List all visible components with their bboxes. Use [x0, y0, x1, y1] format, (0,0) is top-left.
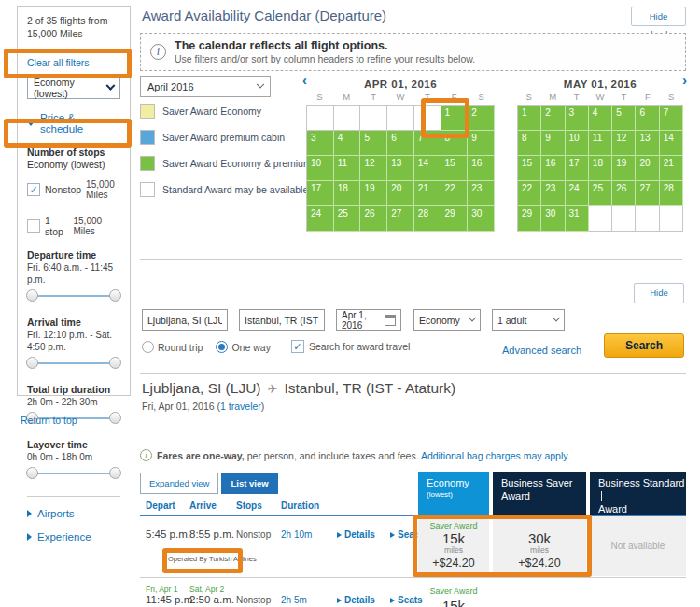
- month-dropdown[interactable]: April 2016: [140, 76, 271, 97]
- fare-cell-business-saver[interactable]: 30k miles +$24.20: [493, 516, 586, 576]
- award-travel-checkbox[interactable]: ✓ Search for award travel: [291, 340, 411, 353]
- calendar-day-cell[interactable]: 13: [387, 156, 414, 181]
- calendar-day-cell[interactable]: 11: [334, 156, 361, 181]
- calendar-day-cell[interactable]: 16: [541, 156, 565, 181]
- calendar-day-cell[interactable]: 22: [518, 181, 541, 206]
- clear-all-filters-link[interactable]: Clear all filters: [27, 57, 120, 68]
- calendar-day-cell[interactable]: 24: [307, 206, 334, 232]
- checkbox-unchecked-icon[interactable]: [27, 219, 40, 233]
- calendar-day-cell[interactable]: 10: [566, 131, 589, 156]
- calendar-day-cell[interactable]: 8: [441, 131, 469, 156]
- search-button[interactable]: Search: [604, 333, 684, 358]
- radio-off-icon[interactable]: [142, 341, 154, 353]
- return-to-top-link[interactable]: Return to top: [21, 415, 77, 426]
- travelers-dropdown[interactable]: 1 adult: [492, 309, 565, 331]
- calendar-day-cell[interactable]: 15: [518, 156, 541, 181]
- calendar-day-cell[interactable]: 14: [660, 131, 683, 156]
- calendar-day-cell[interactable]: 7: [660, 106, 683, 131]
- date-field[interactable]: Apr 1, 2016: [336, 309, 401, 331]
- details-link[interactable]: Details: [337, 595, 375, 605]
- calendar-day-cell[interactable]: 2: [468, 106, 495, 131]
- hide-calendar-button[interactable]: Hide calendar: [631, 7, 686, 26]
- column-header-arrive[interactable]: Arrive: [189, 501, 217, 511]
- calendar-day-cell[interactable]: 5: [612, 106, 636, 131]
- advanced-search-link[interactable]: Advanced search: [502, 345, 581, 356]
- traveler-count-link[interactable]: 1 traveler: [220, 401, 261, 412]
- stop-option-nonstop[interactable]: ✓ Nonstop 15,000 Miles: [27, 179, 120, 200]
- calendar-day-cell[interactable]: 19: [612, 156, 636, 181]
- calendar-day-cell[interactable]: 1: [518, 106, 541, 131]
- calendar-day-cell[interactable]: 20: [387, 181, 414, 206]
- calendar-day-cell[interactable]: 26: [612, 181, 636, 206]
- column-header-stops[interactable]: Stops: [236, 501, 262, 511]
- calendar-day-cell[interactable]: 27: [387, 206, 414, 232]
- calendar-day-cell[interactable]: 28: [414, 206, 441, 232]
- calendar-day-cell[interactable]: 7: [414, 131, 441, 156]
- checkbox-checked-icon[interactable]: ✓: [291, 340, 304, 353]
- destination-input[interactable]: [239, 309, 325, 331]
- calendar-day-cell[interactable]: 3: [566, 106, 589, 131]
- calendar-day-cell[interactable]: 12: [612, 131, 636, 156]
- slider-handle-max[interactable]: [109, 357, 121, 369]
- bag-charges-link[interactable]: Additional bag charges may apply.: [421, 450, 570, 461]
- calendar-day-cell[interactable]: 22: [441, 181, 469, 206]
- calendar-day-cell[interactable]: 6: [636, 106, 659, 131]
- calendar-day-cell[interactable]: 8: [518, 131, 541, 156]
- calendar-day-cell[interactable]: 5: [360, 131, 387, 156]
- calendar-day-cell[interactable]: 26: [360, 206, 387, 232]
- calendar-day-cell[interactable]: 27: [636, 181, 659, 206]
- slider-handle-max[interactable]: [109, 412, 121, 424]
- calendar-day-cell[interactable]: 18: [334, 181, 361, 206]
- calendar-day-cell[interactable]: 4: [334, 131, 361, 156]
- calendar-day-cell[interactable]: 9: [468, 131, 495, 156]
- calendar-day-cell[interactable]: 25: [334, 206, 361, 232]
- calendar-day-cell[interactable]: 18: [589, 156, 612, 181]
- calendar-day-cell[interactable]: 4: [589, 106, 612, 131]
- calendar-day-cell[interactable]: 20: [636, 156, 659, 181]
- calendar-day-cell[interactable]: 11: [589, 131, 612, 156]
- slider-handle-min[interactable]: [26, 467, 38, 479]
- calendar-day-cell[interactable]: 3: [307, 131, 334, 156]
- slider-handle-max[interactable]: [109, 289, 121, 302]
- cabin-dropdown[interactable]: Economy: [413, 309, 481, 331]
- tab-expanded-view[interactable]: Expanded view: [140, 473, 218, 494]
- column-header-duration[interactable]: Duration: [281, 501, 319, 511]
- price-schedule-toggle[interactable]: Price & schedule: [27, 112, 120, 134]
- calendar-day-cell[interactable]: 9: [541, 131, 565, 156]
- origin-input[interactable]: [142, 309, 228, 331]
- calendar-day-cell[interactable]: 28: [660, 181, 683, 206]
- calendar-day-cell[interactable]: 31: [566, 206, 589, 232]
- calendar-day-cell[interactable]: 23: [541, 181, 565, 206]
- calendar-day-cell[interactable]: 2: [541, 106, 565, 131]
- cabin-filter-dropdown[interactable]: Economy (lowest): [27, 77, 120, 99]
- calendar-day-cell[interactable]: 15: [441, 156, 469, 181]
- calendar-day-cell[interactable]: 13: [636, 131, 659, 156]
- calendar-day-cell[interactable]: 21: [414, 181, 441, 206]
- calendar-day-cell[interactable]: 21: [660, 156, 683, 181]
- round-trip-radio[interactable]: Round trip: [142, 341, 203, 353]
- calendar-day-cell[interactable]: 30: [468, 206, 495, 232]
- calendar-day-cell[interactable]: 10: [307, 156, 334, 181]
- airports-toggle[interactable]: Airports: [27, 508, 120, 519]
- calendar-day-cell[interactable]: 24: [566, 181, 589, 206]
- tab-list-view[interactable]: List view: [221, 473, 277, 494]
- one-way-radio[interactable]: One way: [216, 341, 270, 353]
- calendar-day-cell[interactable]: 14: [414, 156, 441, 181]
- next-month-chevron[interactable]: ›: [682, 72, 687, 88]
- slider-handle-max[interactable]: [109, 467, 121, 479]
- calendar-day-cell[interactable]: 1: [441, 106, 469, 131]
- previous-month-chevron[interactable]: ‹: [302, 72, 307, 88]
- calendar-day-cell[interactable]: 30: [541, 206, 565, 232]
- calendar-day-cell[interactable]: 19: [360, 181, 387, 206]
- calendar-day-cell[interactable]: 17: [566, 156, 589, 181]
- checkbox-checked-icon[interactable]: ✓: [27, 183, 40, 196]
- fare-cell-economy[interactable]: Saver Award 15k miles +$24.20: [418, 516, 489, 576]
- calendar-day-cell[interactable]: 16: [468, 156, 495, 181]
- experience-toggle[interactable]: Experience: [27, 531, 120, 543]
- calendar-day-cell[interactable]: 23: [468, 181, 495, 206]
- calendar-day-cell[interactable]: 12: [360, 156, 387, 181]
- stop-option-1stop[interactable]: 1 stop 15,000 Miles: [27, 215, 120, 237]
- calendar-day-cell[interactable]: 29: [441, 206, 469, 232]
- calendar-day-cell[interactable]: 25: [589, 181, 612, 206]
- calendar-day-cell[interactable]: 17: [307, 181, 334, 206]
